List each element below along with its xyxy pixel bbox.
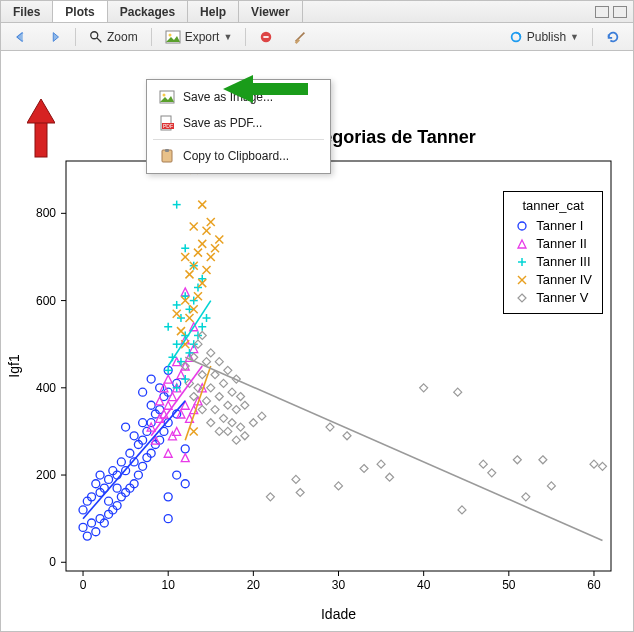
svg-point-99 bbox=[164, 493, 172, 501]
svg-text:50: 50 bbox=[502, 578, 516, 592]
legend-label: Tanner II bbox=[536, 235, 587, 253]
arrow-right-icon bbox=[48, 30, 62, 44]
legend-item: Tanner III bbox=[514, 253, 592, 271]
pane-window-controls bbox=[595, 1, 633, 22]
menu-copy-clipboard[interactable]: Copy to Clipboard... bbox=[147, 143, 330, 169]
legend-label: Tanner IV bbox=[536, 271, 592, 289]
zoom-icon bbox=[89, 30, 103, 44]
legend-item: Tanner I bbox=[514, 217, 592, 235]
svg-point-98 bbox=[164, 515, 172, 523]
menu-save-pdf-label: Save as PDF... bbox=[183, 116, 262, 130]
svg-rect-13 bbox=[165, 149, 169, 152]
svg-point-72 bbox=[126, 449, 134, 457]
svg-text:60: 60 bbox=[587, 578, 601, 592]
legend-marker bbox=[514, 236, 530, 252]
svg-point-76 bbox=[134, 471, 142, 479]
zoom-button[interactable]: Zoom bbox=[82, 27, 145, 47]
legend-marker bbox=[514, 272, 530, 288]
svg-point-46 bbox=[79, 506, 87, 514]
remove-plot-button[interactable] bbox=[252, 27, 280, 47]
clear-all-button[interactable] bbox=[286, 27, 314, 47]
svg-point-104 bbox=[181, 480, 189, 488]
export-button[interactable]: Export ▼ bbox=[158, 27, 240, 47]
tab-packages[interactable]: Packages bbox=[108, 1, 188, 22]
svg-text:PDF: PDF bbox=[163, 123, 173, 129]
svg-text:0: 0 bbox=[80, 578, 87, 592]
tab-files[interactable]: Files bbox=[1, 1, 53, 22]
svg-point-86 bbox=[147, 401, 155, 409]
broom-icon bbox=[293, 30, 307, 44]
svg-point-59 bbox=[105, 475, 113, 483]
svg-text:0: 0 bbox=[49, 555, 56, 569]
svg-point-45 bbox=[79, 523, 87, 531]
zoom-label: Zoom bbox=[107, 30, 138, 44]
annotation-red-arrow bbox=[27, 99, 55, 159]
prev-plot-button[interactable] bbox=[7, 27, 35, 47]
maximize-pane-button[interactable] bbox=[613, 6, 627, 18]
publish-label: Publish bbox=[527, 30, 566, 44]
tab-plots[interactable]: Plots bbox=[53, 1, 107, 22]
svg-marker-15 bbox=[223, 75, 253, 103]
svg-point-67 bbox=[117, 458, 125, 466]
svg-point-49 bbox=[88, 519, 96, 527]
publish-button[interactable]: Publish ▼ bbox=[502, 27, 586, 47]
picture-icon bbox=[159, 89, 175, 105]
plots-pane: Files Plots Packages Help Viewer Zoom Ex… bbox=[0, 0, 634, 632]
svg-point-0 bbox=[91, 31, 98, 38]
svg-point-70 bbox=[122, 423, 130, 431]
annotation-green-arrow bbox=[223, 75, 313, 103]
svg-text:10: 10 bbox=[162, 578, 176, 592]
svg-line-1 bbox=[97, 37, 101, 41]
svg-point-52 bbox=[92, 480, 100, 488]
svg-text:400: 400 bbox=[36, 381, 56, 395]
chevron-down-icon: ▼ bbox=[570, 32, 579, 42]
svg-point-80 bbox=[139, 419, 147, 427]
svg-rect-16 bbox=[35, 119, 47, 157]
svg-point-81 bbox=[139, 388, 147, 396]
svg-text:40: 40 bbox=[417, 578, 431, 592]
remove-icon bbox=[259, 30, 273, 44]
legend-marker bbox=[514, 290, 530, 306]
tab-viewer[interactable]: Viewer bbox=[239, 1, 302, 22]
legend-marker bbox=[514, 254, 530, 270]
legend-marker bbox=[514, 218, 530, 234]
chevron-down-icon: ▼ bbox=[223, 32, 232, 42]
svg-point-3 bbox=[168, 33, 171, 36]
svg-text:800: 800 bbox=[36, 206, 56, 220]
next-plot-button[interactable] bbox=[41, 27, 69, 47]
svg-rect-14 bbox=[248, 83, 308, 95]
svg-point-202 bbox=[518, 222, 526, 230]
svg-line-198 bbox=[151, 366, 202, 436]
svg-point-100 bbox=[173, 471, 181, 479]
svg-point-47 bbox=[83, 532, 91, 540]
legend-label: Tanner V bbox=[536, 289, 588, 307]
svg-point-87 bbox=[147, 375, 155, 383]
svg-point-60 bbox=[105, 497, 113, 505]
legend-label: Tanner III bbox=[536, 253, 590, 271]
minimize-pane-button[interactable] bbox=[595, 6, 609, 18]
plots-toolbar: Zoom Export ▼ Publish ▼ bbox=[1, 23, 633, 51]
svg-line-201 bbox=[185, 357, 602, 540]
svg-point-55 bbox=[96, 471, 104, 479]
legend-title: tanner_cat bbox=[514, 198, 592, 213]
svg-text:30: 30 bbox=[332, 578, 346, 592]
pdf-icon: PDF bbox=[159, 115, 175, 131]
publish-icon bbox=[509, 30, 523, 44]
svg-text:600: 600 bbox=[36, 294, 56, 308]
tab-help[interactable]: Help bbox=[188, 1, 239, 22]
svg-point-78 bbox=[139, 462, 147, 470]
svg-point-75 bbox=[130, 432, 138, 440]
export-label: Export bbox=[185, 30, 220, 44]
refresh-button[interactable] bbox=[599, 27, 627, 47]
tab-bar: Files Plots Packages Help Viewer bbox=[1, 1, 633, 23]
menu-save-pdf[interactable]: PDF Save as PDF... bbox=[147, 110, 330, 136]
svg-line-200 bbox=[185, 366, 211, 440]
legend-item: Tanner V bbox=[514, 289, 592, 307]
clipboard-icon bbox=[159, 148, 175, 164]
svg-text:200: 200 bbox=[36, 468, 56, 482]
plot-area: Save as Image... PDF Save as PDF... Copy… bbox=[1, 51, 633, 631]
svg-text:20: 20 bbox=[247, 578, 261, 592]
legend: tanner_cat Tanner ITanner IITanner IIITa… bbox=[503, 191, 603, 314]
svg-text:Idade: Idade bbox=[321, 606, 356, 622]
legend-item: Tanner IV bbox=[514, 271, 592, 289]
